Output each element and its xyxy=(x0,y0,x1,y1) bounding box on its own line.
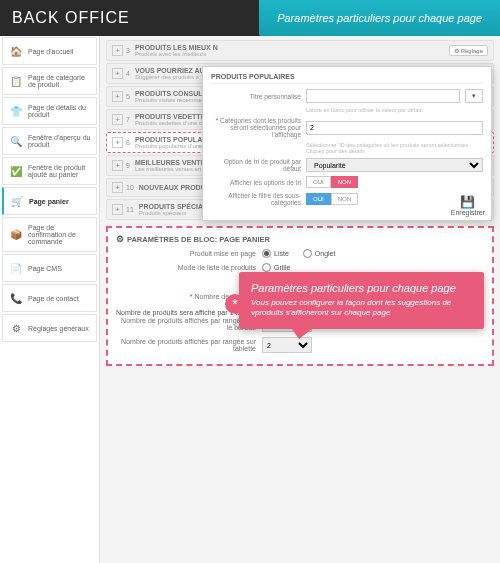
row-num: 9 xyxy=(126,162,130,169)
sidebar-item-label: Page de détails du produit xyxy=(28,104,91,118)
expand-icon[interactable]: + xyxy=(112,91,123,102)
sidebar-item-label: Page CMS xyxy=(28,265,62,272)
sidebar-item-label: Page de confirmation de commande xyxy=(28,224,91,245)
sidebar: 🏠Page d'accueil 📋Page de catégorie de pr… xyxy=(0,36,100,563)
field-note: Sélectionner 'ID des catégories où les p… xyxy=(306,142,483,154)
sidebar-item-added[interactable]: ✅Fenêtre de produit ajouté au panier xyxy=(2,157,97,185)
gear-icon: ⚙ xyxy=(116,234,124,244)
star-icon: * xyxy=(225,294,245,314)
sidebar-item-label: Page d'accueil xyxy=(28,48,73,55)
gear-icon: ⚙ xyxy=(8,321,24,335)
tablet-per-row-select[interactable]: 2 xyxy=(262,337,312,353)
callout-title: Paramètres particuliers pour chaque page xyxy=(251,282,472,294)
sidebar-item-confirm[interactable]: 📦Page de confirmation de commande xyxy=(2,217,97,252)
row-num: 5 xyxy=(126,93,130,100)
form-row: Nombre de produits affichés par rangée s… xyxy=(116,337,484,353)
callout-tail xyxy=(289,325,317,339)
popup-title: PRODUITS POPULAIRES xyxy=(211,73,483,84)
cart-icon: 🛒 xyxy=(9,194,25,208)
callout-body: Vous pouvez configurer la façon dont les… xyxy=(251,298,472,319)
header: BACK OFFICE Paramètres particuliers pour… xyxy=(0,0,500,36)
radio-onglet[interactable]: Onglet xyxy=(303,249,336,258)
expand-icon[interactable]: + xyxy=(112,137,123,148)
main-content: +3PRODUITS LES MIEUX NProduits avec les … xyxy=(100,36,500,563)
row-sub: Produits avec les meilleurs xyxy=(135,51,449,57)
sidebar-item-contact[interactable]: 📞Page de contact xyxy=(2,284,97,312)
sidebar-item-home[interactable]: 🏠Page d'accueil xyxy=(2,37,97,65)
expand-icon[interactable]: + xyxy=(112,182,123,193)
sidebar-item-settings[interactable]: ⚙Réglages généraux xyxy=(2,314,97,342)
panel-title: ⚙PARAMÈTRES DE BLOC: PAGE PANIER xyxy=(116,234,484,244)
sidebar-item-cart[interactable]: 🛒Page panier xyxy=(2,187,97,215)
field-label: Afficher le filtre des sous-catégories xyxy=(211,192,301,206)
row-title: PRODUITS SPÉCIAU xyxy=(139,203,208,210)
settings-button[interactable]: ⚙ Réglage xyxy=(449,45,488,56)
field-label: Nombre de produits affichés par rangée s… xyxy=(116,317,256,331)
row-title: NOUVEAUX PRODUI xyxy=(139,184,208,191)
sort-select[interactable]: Popularité xyxy=(306,158,483,172)
app-title: BACK OFFICE xyxy=(12,9,130,27)
sidebar-item-label: Page de contact xyxy=(28,295,79,302)
row-num: 3 xyxy=(126,47,130,54)
block-row[interactable]: +3PRODUITS LES MIEUX NProduits avec les … xyxy=(106,40,494,61)
sidebar-item-cms[interactable]: 📄Page CMS xyxy=(2,254,97,282)
sidebar-item-category[interactable]: 📋Page de catégorie de produit xyxy=(2,67,97,95)
row-title: PRODUITS VEDETTES xyxy=(135,113,210,120)
row-num: 8 xyxy=(126,139,130,146)
sidebar-item-label: Fenêtre d'aperçu du produit xyxy=(28,134,91,148)
row-num: 4 xyxy=(126,70,130,77)
category-input[interactable] xyxy=(306,121,483,135)
field-note: Laisse en blanc pour utiliser la valeur … xyxy=(306,107,483,113)
row-title: PRODUITS LES MIEUX N xyxy=(135,44,218,51)
form-row: Produit mise en page Liste Onglet xyxy=(116,249,484,258)
settings-popup: PRODUITS POPULAIRES Titre personnalisé▾ … xyxy=(202,66,492,221)
expand-icon[interactable]: + xyxy=(112,160,123,171)
sidebar-item-label: Réglages généraux xyxy=(28,325,89,332)
header-banner: Paramètres particuliers pour chaque page xyxy=(259,0,500,36)
sidebar-item-label: Fenêtre de produit ajouté au panier xyxy=(28,164,91,178)
expand-icon[interactable]: + xyxy=(112,204,123,215)
field-label: Titre personnalisé xyxy=(211,93,301,100)
form-row: Mode de liste de produits Grille xyxy=(116,263,484,272)
sidebar-item-label: Page panier xyxy=(29,198,69,205)
field-label: * Catégories dont les produits seront sé… xyxy=(211,117,301,138)
list-icon: 📋 xyxy=(8,74,24,88)
save-button[interactable]: 💾Enregistrer xyxy=(451,195,485,216)
toggle-sort[interactable]: OUINON xyxy=(306,176,358,188)
page-icon: 📄 xyxy=(8,261,24,275)
field-label: Nombre de produits affichés par rangée s… xyxy=(116,338,256,352)
home-icon: 🏠 xyxy=(8,44,24,58)
field-label: Option de tri de produit par défaut xyxy=(211,158,301,172)
callout-tooltip: * Paramètres particuliers pour chaque pa… xyxy=(239,272,484,329)
radio-grille[interactable]: Grille xyxy=(262,263,290,272)
expand-icon[interactable]: + xyxy=(112,114,123,125)
row-num: 10 xyxy=(126,184,134,191)
row-num: 11 xyxy=(126,206,134,213)
field-label: Mode de liste de produits xyxy=(116,264,256,271)
toggle-filter[interactable]: OUINON xyxy=(306,193,358,205)
custom-title-input[interactable] xyxy=(306,89,460,103)
sidebar-item-product[interactable]: 👕Page de détails du produit xyxy=(2,97,97,125)
save-icon: 💾 xyxy=(451,195,485,209)
box-icon: 📦 xyxy=(8,228,24,242)
shirt-icon: 👕 xyxy=(8,104,24,118)
radio-liste[interactable]: Liste xyxy=(262,249,289,258)
expand-icon[interactable]: + xyxy=(112,45,123,56)
row-num: 7 xyxy=(126,116,130,123)
phone-icon: 📞 xyxy=(8,291,24,305)
field-label: Produit mise en page xyxy=(116,250,256,257)
check-icon: ✅ xyxy=(8,164,24,178)
lang-flag-icon[interactable]: ▾ xyxy=(465,89,483,103)
sidebar-item-preview[interactable]: 🔍Fenêtre d'aperçu du produit xyxy=(2,127,97,155)
field-label: Afficher les options de tri xyxy=(211,179,301,186)
search-icon: 🔍 xyxy=(8,134,24,148)
row-title: MEILLEURES VENTES xyxy=(135,159,210,166)
expand-icon[interactable]: + xyxy=(112,68,123,79)
sidebar-item-label: Page de catégorie de produit xyxy=(28,74,91,88)
